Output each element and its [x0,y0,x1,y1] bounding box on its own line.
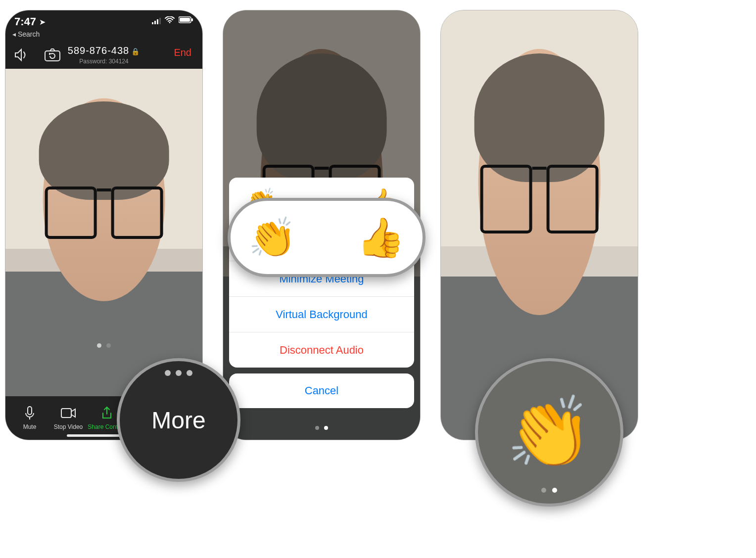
meeting-password: Password: 304124 [5,58,202,65]
svg-point-0 [169,22,171,23]
status-time: 7:47 [14,15,36,28]
callout-clap-reaction: 👏 [475,358,623,507]
location-icon: ➤ [39,17,46,27]
callout-thumbs-icon: 👍 [357,215,405,260]
battery-icon [179,16,193,25]
svg-rect-3 [191,18,193,21]
back-to-search[interactable]: ◂ Search [12,30,40,38]
video-icon [49,406,88,420]
callout-more-button: More [117,358,240,482]
stop-video-button[interactable]: Stop Video [49,406,88,430]
cancel-button[interactable]: Cancel [229,373,414,408]
signal-icon [152,17,161,24]
lock-icon: 🔒 [131,47,140,55]
page-dots [97,343,111,348]
svg-rect-5 [28,407,32,415]
meeting-id: 589-876-438🔒 [5,45,202,56]
status-bar-left: 7:47 ➤ [14,15,46,28]
wifi-icon [165,16,175,25]
page-dots [315,426,328,430]
end-button[interactable]: End [174,47,191,58]
svg-rect-2 [180,18,190,22]
callout-reaction-row: 👏 👍 [228,198,425,277]
clap-emoji-large: 👏 [506,392,593,473]
more-dots-icon [165,370,192,376]
callout-clap-icon: 👏 [248,215,296,260]
self-video [5,69,202,396]
status-bar-right [152,16,193,25]
page-dots [541,488,557,493]
microphone-icon [10,406,49,420]
disconnect-audio-option[interactable]: Disconnect Audio [229,332,414,368]
zoom-top-bar: 7:47 ➤ ◂ Search [5,10,202,69]
svg-rect-6 [61,409,71,418]
virtual-background-option[interactable]: Virtual Background [229,296,414,332]
mute-button[interactable]: Mute [10,406,49,430]
